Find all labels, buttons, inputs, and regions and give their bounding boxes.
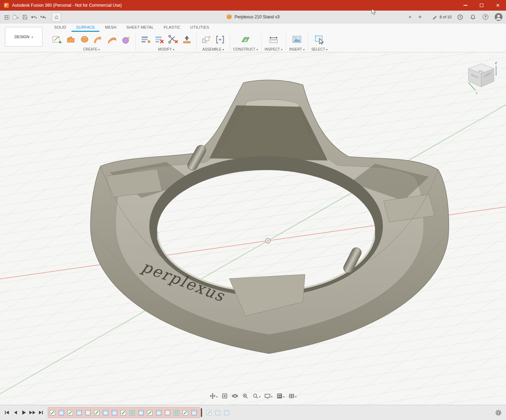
close-icon	[496, 2, 500, 9]
save-button[interactable]	[21, 12, 29, 22]
undo-button[interactable]	[30, 12, 38, 22]
free-orbit-button[interactable]	[231, 392, 239, 400]
timeline-feature-surface[interactable]	[76, 410, 82, 415]
timeline-feature-solid[interactable]	[165, 410, 170, 415]
timeline-feature-form[interactable]	[130, 410, 135, 415]
timeline-feature-sketch[interactable]	[147, 410, 153, 415]
timeline-bar	[0, 405, 506, 420]
skip-to-end-button[interactable]	[38, 409, 44, 416]
tab-mesh[interactable]: MESH	[100, 23, 121, 32]
timeline-feature-surface[interactable]	[112, 410, 117, 415]
insert-canvas-icon	[292, 34, 302, 45]
group-label-modify[interactable]: MODIFY	[158, 47, 174, 51]
zoom-button[interactable]	[252, 392, 261, 400]
workspace-selector[interactable]: DESIGN	[5, 27, 42, 47]
history-button[interactable]	[456, 12, 464, 22]
job-status-button[interactable]: 8 of 10	[432, 14, 452, 20]
timeline-feature-rolled-back[interactable]	[224, 410, 229, 415]
grid-icon	[276, 393, 283, 399]
extrude-button[interactable]	[64, 33, 77, 46]
timeline-feature-surface[interactable]	[138, 410, 144, 415]
group-label-insert[interactable]: INSERT	[289, 47, 305, 51]
minimize-button[interactable]	[457, 0, 473, 11]
viewports-button[interactable]	[288, 392, 297, 400]
clock-icon	[457, 14, 463, 20]
skip-to-start-button[interactable]	[4, 409, 10, 416]
timeline-feature-form[interactable]	[174, 410, 179, 415]
timeline-feature-rolled-back[interactable]	[215, 410, 220, 415]
viewport-3d[interactable]: perplexus TOP BACK LEFT Z Y	[0, 52, 506, 405]
help-button[interactable]	[481, 12, 490, 22]
timeline-feature-surface[interactable]	[103, 410, 108, 415]
press-pull-button[interactable]	[139, 33, 152, 46]
delete-button[interactable]	[153, 33, 166, 46]
new-component-button[interactable]	[200, 33, 213, 46]
construct-plane-button[interactable]	[239, 33, 252, 46]
redo-icon	[40, 14, 45, 20]
maximize-button[interactable]	[473, 0, 490, 11]
look-at-button[interactable]	[221, 392, 229, 400]
group-label-create[interactable]: CREATE	[83, 47, 100, 51]
patch-button[interactable]	[106, 33, 119, 46]
redo-button[interactable]	[39, 12, 47, 22]
timeline-feature-sketch[interactable]	[121, 410, 126, 415]
tab-utilities[interactable]: UTILITIES	[186, 23, 214, 32]
sweep-button[interactable]	[92, 33, 105, 46]
timeline-position-marker[interactable]	[201, 408, 202, 417]
file-menu-button[interactable]	[11, 12, 20, 22]
group-label-assemble[interactable]: ASSEMBLE	[202, 47, 224, 51]
delete-icon	[154, 34, 165, 45]
revolve-button[interactable]	[78, 33, 91, 46]
caret-down-icon	[17, 14, 18, 20]
new-tab-button[interactable]	[416, 13, 424, 21]
tab-solid[interactable]: SOLID	[50, 23, 71, 32]
group-label-construct[interactable]: CONSTRUCT	[233, 47, 258, 51]
caret-down-icon	[35, 14, 37, 20]
timeline-feature-surface[interactable]	[59, 410, 64, 415]
notifications-button[interactable]	[468, 12, 477, 22]
minimize-icon	[464, 5, 467, 5]
insert-canvas-button[interactable]	[291, 33, 303, 46]
timeline-settings-button[interactable]	[495, 409, 506, 416]
close-button[interactable]	[490, 0, 506, 11]
display-settings-button[interactable]	[264, 392, 273, 400]
model-3d: perplexus	[0, 80, 506, 394]
timeline-feature-surface[interactable]	[191, 410, 197, 415]
pan-button[interactable]	[209, 392, 218, 400]
tab-surface[interactable]: SURFACE	[71, 23, 99, 32]
joint-button[interactable]	[214, 33, 226, 46]
group-label-inspect[interactable]: INSPECT	[265, 47, 282, 51]
select-button[interactable]	[313, 33, 326, 46]
account-avatar[interactable]	[494, 12, 503, 22]
view-cube[interactable]: TOP BACK LEFT Z Y	[464, 60, 500, 97]
step-back-button[interactable]	[12, 409, 19, 416]
timeline-feature-surface[interactable]	[156, 410, 161, 415]
create-sketch-button[interactable]	[51, 33, 63, 46]
timeline-feature-rolled-back[interactable]	[206, 410, 212, 415]
group-label-select[interactable]: SELECT	[311, 47, 328, 51]
construct-plane-icon	[240, 34, 251, 45]
zoom-window-button[interactable]	[241, 392, 249, 400]
patch-icon	[107, 34, 117, 45]
extrude-icon	[65, 34, 76, 45]
tab-close-button[interactable]	[406, 13, 414, 21]
create-form-button[interactable]	[120, 33, 132, 46]
timeline-feature-sketch[interactable]	[183, 410, 188, 415]
timeline-feature-sketch[interactable]	[50, 410, 55, 415]
measure-button[interactable]	[267, 33, 280, 46]
viewports-icon	[288, 393, 295, 399]
home-icon	[55, 14, 58, 20]
trim-button[interactable]	[167, 33, 179, 46]
tab-plastic[interactable]: PLASTIC	[159, 23, 185, 32]
timeline-feature-sketch[interactable]	[68, 410, 73, 415]
extend-button[interactable]	[180, 33, 193, 46]
document-tab[interactable]: Perplexus 210 Stand v3	[226, 11, 280, 23]
timeline-feature-solid[interactable]	[85, 410, 91, 415]
timeline-feature-sketch[interactable]	[94, 410, 99, 415]
home-view-button[interactable]	[52, 12, 61, 22]
tab-sheet-metal[interactable]: SHEET METAL	[122, 23, 159, 32]
app-grid-button[interactable]	[2, 12, 11, 22]
play-button[interactable]	[21, 409, 27, 416]
grid-snap-button[interactable]	[276, 392, 285, 400]
step-forward-button[interactable]	[29, 409, 36, 416]
